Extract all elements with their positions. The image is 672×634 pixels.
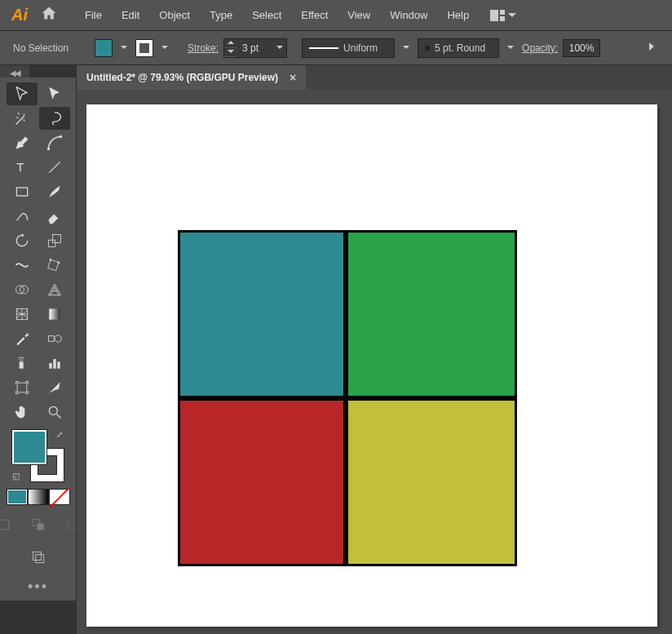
menu-edit[interactable]: Edit xyxy=(113,6,148,24)
svg-rect-24 xyxy=(37,523,43,530)
svg-rect-25 xyxy=(68,520,77,530)
menu-help[interactable]: Help xyxy=(439,6,477,24)
document-tabstrip: Untitled-2* @ 79.93% (RGB/GPU Preview) × xyxy=(77,65,672,90)
gradient-tool[interactable] xyxy=(39,303,70,326)
rectangle-shape[interactable] xyxy=(346,398,517,566)
stroke-up-icon[interactable] xyxy=(224,39,237,48)
canvas-viewport[interactable] xyxy=(77,90,672,634)
swap-fill-stroke-icon[interactable]: ⤢ xyxy=(56,430,63,439)
fill-color-box[interactable] xyxy=(12,430,46,464)
eyedropper-tool[interactable] xyxy=(7,327,38,350)
panel-collapse-gutter[interactable]: ◀◀ xyxy=(0,65,29,78)
type-tool[interactable]: T xyxy=(7,156,38,179)
menu-type[interactable]: Type xyxy=(201,6,241,24)
rotate-tool[interactable] xyxy=(7,229,38,252)
control-overflow[interactable] xyxy=(644,38,659,59)
svg-rect-13 xyxy=(48,336,54,342)
menu-file[interactable]: File xyxy=(77,6,110,24)
svg-point-8 xyxy=(57,261,60,264)
fill-stroke-indicator[interactable]: ⤢ ◱ xyxy=(12,430,64,482)
artboard xyxy=(86,104,657,627)
svg-rect-17 xyxy=(53,359,55,369)
color-mode-gradient[interactable] xyxy=(28,489,49,505)
draw-behind-icon[interactable] xyxy=(23,513,54,536)
svg-rect-4 xyxy=(16,188,27,196)
stroke-weight-dropdown[interactable] xyxy=(273,39,286,57)
stroke-value: 3 pt xyxy=(237,42,273,54)
svg-rect-27 xyxy=(35,555,43,563)
screen-mode-tool[interactable] xyxy=(23,546,54,569)
close-icon[interactable]: × xyxy=(290,71,296,84)
scale-tool[interactable] xyxy=(39,229,70,252)
stroke-dropdown[interactable] xyxy=(158,39,171,57)
svg-point-14 xyxy=(55,335,61,342)
slice-tool[interactable] xyxy=(39,376,70,399)
shaper-tool[interactable] xyxy=(7,205,38,228)
shape-builder-tool[interactable] xyxy=(7,278,38,301)
artboard-tool[interactable] xyxy=(7,376,38,399)
rectangle-shape[interactable] xyxy=(178,398,346,566)
hand-tool[interactable] xyxy=(7,401,38,423)
width-profile-dropdown[interactable] xyxy=(504,39,517,57)
stroke-down-icon[interactable] xyxy=(224,48,237,57)
default-fill-stroke-icon[interactable]: ◱ xyxy=(12,472,20,481)
document-area: Untitled-2* @ 79.93% (RGB/GPU Preview) × xyxy=(77,65,672,634)
lasso-tool[interactable] xyxy=(39,107,70,130)
collapse-icon: ◀◀ xyxy=(10,69,20,78)
blend-tool[interactable] xyxy=(39,327,70,350)
svg-rect-5 xyxy=(48,240,55,246)
width-profile[interactable]: 5 pt. Round xyxy=(418,38,499,58)
free-transform-tool[interactable] xyxy=(39,254,70,277)
selection-tool[interactable] xyxy=(7,82,38,105)
svg-point-20 xyxy=(49,406,57,415)
workspace-switcher[interactable] xyxy=(490,10,516,21)
color-mode-solid[interactable] xyxy=(7,489,28,505)
magic-wand-tool[interactable] xyxy=(7,107,38,130)
rectangle-shape[interactable] xyxy=(178,230,346,398)
chevron-down-icon xyxy=(508,13,516,18)
menu-window[interactable]: Window xyxy=(382,6,435,24)
opacity-input[interactable] xyxy=(563,39,600,57)
menu-view[interactable]: View xyxy=(339,6,378,24)
column-graph-tool[interactable] xyxy=(39,352,70,375)
draw-normal-icon[interactable] xyxy=(0,513,20,536)
app-logo: Ai xyxy=(8,4,31,26)
width-tool[interactable] xyxy=(7,254,38,277)
svg-point-7 xyxy=(49,259,51,261)
paintbrush-tool[interactable] xyxy=(39,180,70,203)
perspective-grid-tool[interactable] xyxy=(39,278,70,301)
dot-icon xyxy=(425,46,430,51)
rectangle-shape[interactable] xyxy=(346,230,517,398)
symbol-sprayer-tool[interactable] xyxy=(7,352,38,375)
opacity-label[interactable]: Opacity: xyxy=(522,42,558,54)
brush-profile-dropdown[interactable] xyxy=(400,39,413,57)
curvature-tool[interactable] xyxy=(39,131,70,154)
home-icon[interactable] xyxy=(41,5,57,25)
edit-toolbar-button[interactable]: ••• xyxy=(28,579,48,596)
stroke-weight-input[interactable]: 3 pt xyxy=(223,38,287,58)
svg-point-1 xyxy=(59,135,61,138)
menu-select[interactable]: Select xyxy=(244,6,290,24)
line-tool[interactable] xyxy=(39,156,70,179)
workspace-icon xyxy=(490,10,505,21)
brush-profile[interactable]: Uniform xyxy=(302,38,395,58)
svg-rect-26 xyxy=(33,552,41,560)
color-mode-none[interactable] xyxy=(49,489,70,505)
profile-label: Uniform xyxy=(343,42,378,54)
svg-rect-16 xyxy=(49,363,51,369)
svg-text:T: T xyxy=(16,160,24,174)
document-tab[interactable]: Untitled-2* @ 79.93% (RGB/GPU Preview) × xyxy=(77,65,306,90)
menu-effect[interactable]: Effect xyxy=(293,6,336,24)
svg-rect-6 xyxy=(52,235,60,243)
pen-tool[interactable] xyxy=(7,131,38,154)
menu-object[interactable]: Object xyxy=(151,6,198,24)
mesh-tool[interactable] xyxy=(7,303,38,326)
stroke-swatch[interactable] xyxy=(135,39,153,57)
fill-dropdown[interactable] xyxy=(117,39,130,57)
rectangle-tool[interactable] xyxy=(7,180,38,203)
zoom-tool[interactable] xyxy=(39,401,70,423)
fill-swatch[interactable] xyxy=(95,39,113,57)
eraser-tool[interactable] xyxy=(39,205,70,228)
stroke-label[interactable]: Stroke: xyxy=(188,42,219,54)
direct-selection-tool[interactable] xyxy=(39,82,70,105)
